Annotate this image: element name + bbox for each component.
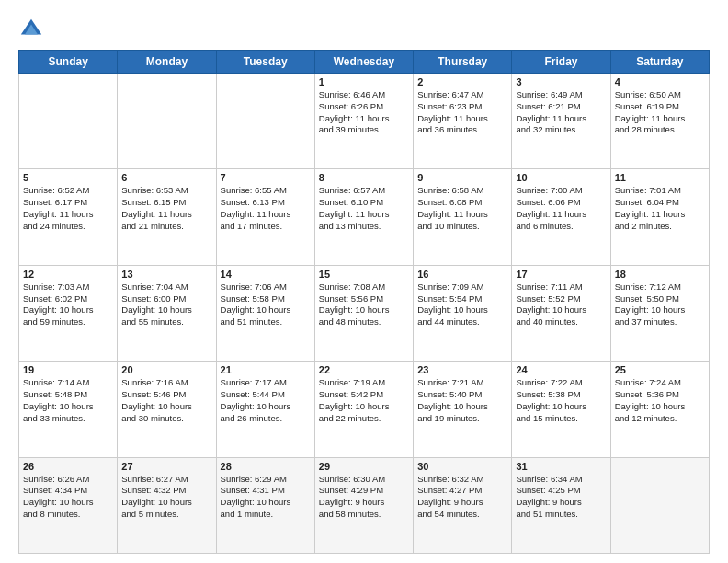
weekday-header-wednesday: Wednesday (314, 51, 413, 74)
day-content: Sunrise: 6:46 AM Sunset: 6:26 PM Dayligh… (319, 89, 409, 136)
day-number: 25 (615, 364, 705, 375)
logo (18, 17, 48, 42)
day-content: Sunrise: 7:04 AM Sunset: 6:00 PM Dayligh… (121, 282, 211, 328)
calendar-cell (19, 74, 118, 169)
day-content: Sunrise: 7:06 AM Sunset: 5:58 PM Dayligh… (221, 282, 311, 328)
calendar-cell: 26Sunrise: 6:26 AM Sunset: 4:34 PM Dayli… (19, 457, 118, 553)
logo-icon (18, 17, 44, 42)
calendar-cell: 21Sunrise: 7:17 AM Sunset: 5:44 PM Dayli… (216, 362, 314, 457)
day-number: 1 (319, 76, 409, 87)
day-number: 6 (121, 172, 211, 183)
day-content: Sunrise: 6:29 AM Sunset: 4:31 PM Dayligh… (221, 474, 311, 521)
day-number: 31 (516, 461, 606, 472)
day-content: Sunrise: 7:16 AM Sunset: 5:46 PM Dayligh… (121, 377, 211, 424)
day-content: Sunrise: 7:09 AM Sunset: 5:54 PM Dayligh… (417, 282, 507, 328)
day-content: Sunrise: 6:52 AM Sunset: 6:17 PM Dayligh… (23, 185, 113, 232)
day-number: 5 (23, 172, 113, 183)
day-number: 17 (516, 269, 606, 280)
calendar-cell (118, 74, 216, 169)
day-number: 14 (221, 269, 311, 280)
calendar-cell: 22Sunrise: 7:19 AM Sunset: 5:42 PM Dayli… (314, 362, 413, 457)
day-number: 19 (23, 364, 113, 375)
day-content: Sunrise: 6:32 AM Sunset: 4:27 PM Dayligh… (417, 474, 507, 521)
day-number: 11 (615, 172, 705, 183)
weekday-header-friday: Friday (512, 51, 610, 74)
day-content: Sunrise: 6:26 AM Sunset: 4:34 PM Dayligh… (23, 474, 113, 521)
day-number: 13 (121, 269, 211, 280)
day-number: 8 (319, 172, 409, 183)
day-content: Sunrise: 7:00 AM Sunset: 6:06 PM Dayligh… (516, 185, 606, 232)
calendar-cell: 24Sunrise: 7:22 AM Sunset: 5:38 PM Dayli… (512, 362, 610, 457)
week-row-0: 1Sunrise: 6:46 AM Sunset: 6:26 PM Daylig… (19, 74, 710, 169)
calendar-cell: 5Sunrise: 6:52 AM Sunset: 6:17 PM Daylig… (19, 169, 118, 265)
calendar-cell: 14Sunrise: 7:06 AM Sunset: 5:58 PM Dayli… (216, 265, 314, 361)
day-number: 20 (121, 364, 211, 375)
calendar-cell: 30Sunrise: 6:32 AM Sunset: 4:27 PM Dayli… (414, 457, 512, 553)
day-content: Sunrise: 7:17 AM Sunset: 5:44 PM Dayligh… (221, 377, 311, 424)
day-number: 24 (516, 364, 606, 375)
calendar-cell: 28Sunrise: 6:29 AM Sunset: 4:31 PM Dayli… (216, 457, 314, 553)
day-content: Sunrise: 6:34 AM Sunset: 4:25 PM Dayligh… (516, 474, 606, 521)
calendar-cell: 12Sunrise: 7:03 AM Sunset: 6:02 PM Dayli… (19, 265, 118, 361)
day-number: 23 (417, 364, 507, 375)
weekday-header-monday: Monday (118, 51, 216, 74)
calendar-cell: 6Sunrise: 6:53 AM Sunset: 6:15 PM Daylig… (118, 169, 216, 265)
day-content: Sunrise: 7:03 AM Sunset: 6:02 PM Dayligh… (23, 282, 113, 328)
weekday-header-tuesday: Tuesday (216, 51, 314, 74)
day-content: Sunrise: 7:12 AM Sunset: 5:50 PM Dayligh… (615, 282, 705, 328)
calendar-cell: 29Sunrise: 6:30 AM Sunset: 4:29 PM Dayli… (314, 457, 413, 553)
calendar-cell (610, 457, 709, 553)
day-number: 21 (221, 364, 311, 375)
day-content: Sunrise: 7:21 AM Sunset: 5:40 PM Dayligh… (417, 377, 507, 424)
calendar-cell: 25Sunrise: 7:24 AM Sunset: 5:36 PM Dayli… (610, 362, 709, 457)
day-content: Sunrise: 6:30 AM Sunset: 4:29 PM Dayligh… (319, 474, 409, 521)
day-content: Sunrise: 7:08 AM Sunset: 5:56 PM Dayligh… (319, 282, 409, 328)
day-content: Sunrise: 7:19 AM Sunset: 5:42 PM Dayligh… (319, 377, 409, 424)
header (18, 17, 710, 42)
day-number: 26 (23, 461, 113, 472)
day-content: Sunrise: 6:47 AM Sunset: 6:23 PM Dayligh… (417, 89, 507, 136)
week-row-4: 26Sunrise: 6:26 AM Sunset: 4:34 PM Dayli… (19, 457, 710, 553)
day-content: Sunrise: 6:50 AM Sunset: 6:19 PM Dayligh… (615, 89, 705, 136)
day-number: 10 (516, 172, 606, 183)
day-content: Sunrise: 7:14 AM Sunset: 5:48 PM Dayligh… (23, 377, 113, 424)
day-number: 28 (221, 461, 311, 472)
weekday-header-saturday: Saturday (610, 51, 709, 74)
calendar-cell: 17Sunrise: 7:11 AM Sunset: 5:52 PM Dayli… (512, 265, 610, 361)
day-content: Sunrise: 6:57 AM Sunset: 6:10 PM Dayligh… (319, 185, 409, 232)
calendar-cell: 13Sunrise: 7:04 AM Sunset: 6:00 PM Dayli… (118, 265, 216, 361)
day-number: 12 (23, 269, 113, 280)
day-number: 2 (417, 76, 507, 87)
day-number: 27 (121, 461, 211, 472)
day-content: Sunrise: 7:22 AM Sunset: 5:38 PM Dayligh… (516, 377, 606, 424)
calendar-cell: 31Sunrise: 6:34 AM Sunset: 4:25 PM Dayli… (512, 457, 610, 553)
day-number: 15 (319, 269, 409, 280)
day-content: Sunrise: 6:55 AM Sunset: 6:13 PM Dayligh… (221, 185, 311, 232)
day-number: 30 (417, 461, 507, 472)
day-content: Sunrise: 7:11 AM Sunset: 5:52 PM Dayligh… (516, 282, 606, 328)
day-number: 22 (319, 364, 409, 375)
calendar-cell: 2Sunrise: 6:47 AM Sunset: 6:23 PM Daylig… (414, 74, 512, 169)
week-row-2: 12Sunrise: 7:03 AM Sunset: 6:02 PM Dayli… (19, 265, 710, 361)
calendar-cell: 18Sunrise: 7:12 AM Sunset: 5:50 PM Dayli… (610, 265, 709, 361)
day-number: 4 (615, 76, 705, 87)
calendar-cell: 15Sunrise: 7:08 AM Sunset: 5:56 PM Dayli… (314, 265, 413, 361)
day-number: 7 (221, 172, 311, 183)
calendar-cell: 1Sunrise: 6:46 AM Sunset: 6:26 PM Daylig… (314, 74, 413, 169)
calendar-cell: 27Sunrise: 6:27 AM Sunset: 4:32 PM Dayli… (118, 457, 216, 553)
weekday-header-sunday: Sunday (19, 51, 118, 74)
day-number: 29 (319, 461, 409, 472)
calendar-cell: 4Sunrise: 6:50 AM Sunset: 6:19 PM Daylig… (610, 74, 709, 169)
day-content: Sunrise: 6:27 AM Sunset: 4:32 PM Dayligh… (121, 474, 211, 521)
calendar-cell: 23Sunrise: 7:21 AM Sunset: 5:40 PM Dayli… (414, 362, 512, 457)
calendar-cell: 9Sunrise: 6:58 AM Sunset: 6:08 PM Daylig… (414, 169, 512, 265)
calendar-cell (216, 74, 314, 169)
day-number: 18 (615, 269, 705, 280)
page: SundayMondayTuesdayWednesdayThursdayFrid… (0, 0, 728, 563)
calendar-cell: 16Sunrise: 7:09 AM Sunset: 5:54 PM Dayli… (414, 265, 512, 361)
day-number: 3 (516, 76, 606, 87)
day-content: Sunrise: 6:53 AM Sunset: 6:15 PM Dayligh… (121, 185, 211, 232)
week-row-1: 5Sunrise: 6:52 AM Sunset: 6:17 PM Daylig… (19, 169, 710, 265)
weekday-header-thursday: Thursday (414, 51, 512, 74)
day-content: Sunrise: 6:58 AM Sunset: 6:08 PM Dayligh… (417, 185, 507, 232)
